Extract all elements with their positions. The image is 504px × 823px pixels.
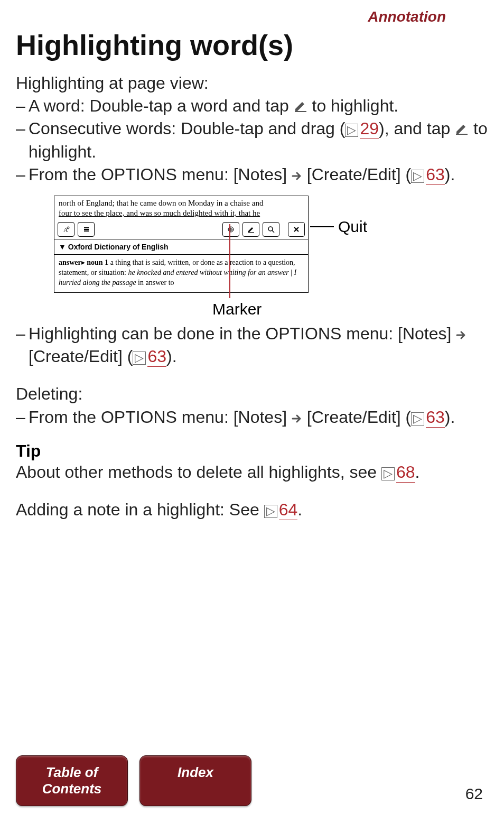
reader-toolbar: A <box>54 220 308 239</box>
globe-icon[interactable] <box>222 222 239 237</box>
text: [Create/Edit] ( <box>307 408 411 427</box>
index-button[interactable]: Index <box>139 755 251 806</box>
arrow-right-icon <box>456 330 466 340</box>
svg-line-10 <box>272 230 274 233</box>
entry-word: answer <box>59 258 81 266</box>
reader-book-text: north of England; that he came down on M… <box>54 196 308 220</box>
example1: he knocked and entered without waiting f… <box>128 269 288 276</box>
reader-figure: north of England; that he came down on M… <box>54 196 450 317</box>
text: ), and tap <box>379 119 455 138</box>
tip-text: About other methods to delete all highli… <box>16 461 488 484</box>
text: ). <box>166 347 177 366</box>
page-title: Highlighting word(s) <box>16 29 488 61</box>
text: ). <box>445 165 455 184</box>
dash: – <box>16 95 29 117</box>
page-ref-icon: ▷ <box>411 412 424 426</box>
tip-heading: Tip <box>16 441 488 461</box>
line1: north of England; that he came down on M… <box>59 199 263 207</box>
page-ref-icon: ▷ <box>264 505 277 518</box>
font-size-icon[interactable]: A <box>58 222 74 237</box>
marker-icon <box>455 123 469 135</box>
svg-point-9 <box>268 227 273 231</box>
marker-icon <box>294 100 307 113</box>
callout-line <box>310 226 334 227</box>
page-number: 62 <box>465 785 483 803</box>
page-link-29[interactable]: 29 <box>360 119 379 139</box>
dash: – <box>16 117 29 163</box>
text: About other methods to delete all highli… <box>16 463 381 482</box>
bullet-highlight-options: – Highlighting can be done in the OPTION… <box>16 322 488 368</box>
page-ref-icon: ▷ <box>411 170 424 183</box>
page-ref-icon: ▷ <box>133 352 146 365</box>
svg-rect-8 <box>248 232 254 233</box>
text: ). <box>445 408 455 427</box>
page-link-63[interactable]: 63 <box>147 347 166 367</box>
sep: | <box>289 269 294 276</box>
reader-screenshot: north of England; that he came down on M… <box>54 196 309 293</box>
line2: four to see the place, and was so much d… <box>59 209 260 217</box>
text: From the OPTIONS menu: [Notes] <box>29 165 292 184</box>
bullet-options: – From the OPTIONS menu: [Notes] [Create… <box>16 163 488 186</box>
pos: noun <box>85 258 105 266</box>
bullet-consecutive: – Consecutive words: Double-tap and drag… <box>16 117 488 163</box>
intro-text: Highlighting at page view: <box>16 72 488 95</box>
toc-button[interactable]: Table of Contents <box>16 755 128 806</box>
bullet-delete-options: – From the OPTIONS menu: [Notes] [Create… <box>16 406 488 429</box>
dictionary-title[interactable]: Oxford Dictionary of English <box>54 239 308 254</box>
text: . <box>415 463 420 482</box>
svg-rect-1 <box>456 134 468 135</box>
page-link-64[interactable]: 64 <box>279 500 298 520</box>
text: Consecutive words: Double-tap and drag ( <box>29 119 345 138</box>
text: Adding a note in a highlight: See <box>16 500 264 519</box>
arrow-right-icon <box>292 171 302 181</box>
text: A word: Double-tap a word and tap <box>29 96 294 115</box>
search-icon[interactable] <box>263 222 279 237</box>
arrow-right-icon <box>292 414 302 423</box>
callout-quit: Quit <box>310 218 367 236</box>
dash: – <box>16 406 29 429</box>
deleting-heading: Deleting: <box>16 383 488 405</box>
close-icon[interactable] <box>288 222 305 237</box>
dictionary-definition: answer▸ noun 1 a thing that is said, wri… <box>54 254 308 292</box>
dash: – <box>16 163 29 186</box>
def-tail: in answer to <box>136 279 174 286</box>
text: [Create/Edit] ( <box>307 165 411 184</box>
text: to highlight. <box>312 96 399 115</box>
page-link-63[interactable]: 63 <box>426 408 445 428</box>
page-link-68[interactable]: 68 <box>396 463 415 483</box>
add-note-text: Adding a note in a highlight: See ▷64. <box>16 498 488 521</box>
highlight-marker-icon[interactable] <box>242 222 259 237</box>
callout-marker-label: Marker <box>212 300 262 318</box>
section-header: Annotation <box>16 5 488 25</box>
callout-marker-line <box>229 224 230 298</box>
dash: – <box>16 322 29 368</box>
text: Highlighting can be done in the OPTIONS … <box>29 324 456 343</box>
list-icon[interactable] <box>78 222 95 237</box>
page-ref-icon: ▷ <box>345 124 358 137</box>
bottom-nav: Table of Contents Index <box>16 755 251 806</box>
callout-quit-label: Quit <box>338 218 367 236</box>
page-link-63[interactable]: 63 <box>426 165 445 185</box>
page-ref-icon: ▷ <box>381 467 395 480</box>
text: From the OPTIONS menu: [Notes] <box>29 408 292 427</box>
text: [Create/Edit] ( <box>29 347 133 366</box>
svg-rect-0 <box>295 111 306 112</box>
bullet-word: – A word: Double-tap a word and tap to h… <box>16 95 488 117</box>
text: . <box>297 500 302 519</box>
